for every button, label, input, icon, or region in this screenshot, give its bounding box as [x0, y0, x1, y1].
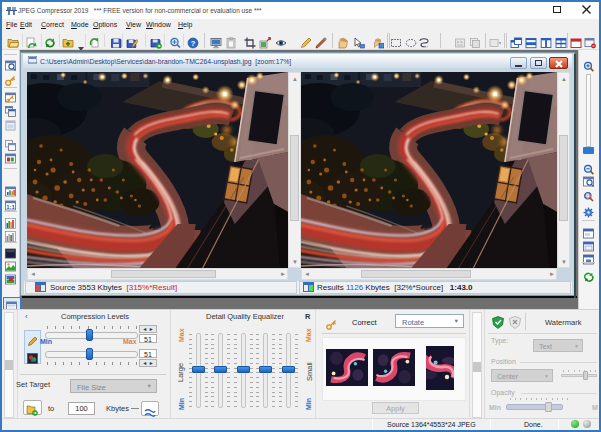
svg-text:1:1: 1:1: [6, 204, 15, 210]
svg-text:1:1: 1:1: [584, 194, 591, 199]
svg-text:?: ?: [191, 39, 196, 48]
